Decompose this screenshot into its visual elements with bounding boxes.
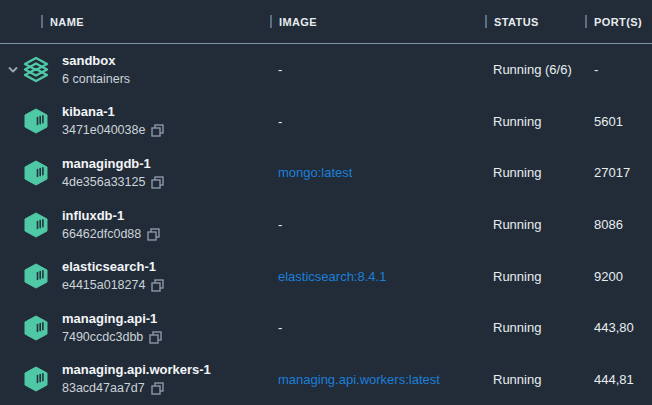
column-header-label: IMAGE	[279, 16, 317, 28]
table-row[interactable]: influxdb-1 66462dfc0d88 - Running 8086	[0, 199, 652, 251]
copy-icon	[151, 382, 164, 395]
container-cube-icon	[23, 262, 49, 290]
column-header-label: NAME	[50, 16, 84, 28]
table-row[interactable]: managing.api.workers-1 83acd47aa7d7 mana…	[0, 353, 652, 405]
chevron-down-icon	[7, 64, 19, 76]
copy-icon	[151, 279, 164, 292]
copy-icon	[149, 331, 162, 344]
container-id: 66462dfc0d88	[62, 225, 141, 244]
table-row[interactable]: kibana-1 3471e040038e - Running 5601	[0, 96, 652, 148]
column-header-ports: PORT(S)	[585, 15, 652, 28]
container-cube-icon	[23, 107, 49, 135]
containers-table: NAME IMAGE STATUS PORT(S)	[0, 0, 652, 405]
column-header-label: STATUS	[494, 16, 539, 28]
container-subline: 66462dfc0d88	[62, 225, 160, 244]
copy-icon	[147, 228, 160, 241]
column-header-label: PORT(S)	[594, 16, 642, 28]
name-cell: managing.api-1 7490ccdc3dbb	[0, 309, 270, 347]
container-id: 7490ccdc3dbb	[62, 328, 143, 347]
ports-cell: 8086	[585, 217, 652, 232]
name-text-block: elasticsearch-1 e4415a018274	[62, 257, 164, 295]
status-cell: Running	[485, 320, 585, 335]
container-subline: 83acd47aa7d7	[62, 379, 211, 398]
ports-cell: -	[585, 62, 652, 77]
copy-id-button[interactable]	[151, 124, 164, 137]
column-separator	[270, 15, 272, 28]
image-link[interactable]: elasticsearch:8.4.1	[270, 269, 485, 284]
name-text-block: managing.api-1 7490ccdc3dbb	[62, 309, 162, 347]
expand-toggle[interactable]	[4, 270, 22, 282]
ports-cell: 5601	[585, 114, 652, 129]
expand-toggle[interactable]	[4, 219, 22, 231]
container-id: e4415a018274	[62, 276, 145, 295]
container-name: managing.api-1	[62, 309, 162, 328]
container-name: managing.api.workers-1	[62, 360, 211, 379]
ports-cell: 443,80	[585, 320, 652, 335]
name-text-block: managing.api.workers-1 83acd47aa7d7	[62, 360, 211, 398]
row-type-icon	[22, 211, 50, 239]
copy-icon	[151, 124, 164, 137]
table-row[interactable]: sandbox 6 containers - Running (6/6) -	[0, 44, 652, 96]
ports-cell: 27017	[585, 165, 652, 180]
table-row[interactable]: elasticsearch-1 e4415a018274 elasticsear…	[0, 250, 652, 302]
row-type-icon	[22, 55, 50, 85]
container-cube-icon	[23, 211, 49, 239]
name-cell: kibana-1 3471e040038e	[0, 102, 270, 140]
compose-stack-layers-icon	[22, 55, 50, 85]
image-cell: -	[270, 320, 485, 335]
container-name: elasticsearch-1	[62, 257, 164, 276]
expand-toggle[interactable]	[4, 64, 22, 76]
name-cell: sandbox 6 containers	[0, 51, 270, 89]
container-cube-icon	[23, 365, 49, 393]
container-name: kibana-1	[62, 102, 164, 121]
ports-cell: 9200	[585, 269, 652, 284]
name-cell: managingdb-1 4de356a33125	[0, 154, 270, 192]
container-subline: 3471e040038e	[62, 121, 164, 140]
status-cell: Running (6/6)	[485, 62, 585, 77]
container-subline: 7490ccdc3dbb	[62, 328, 162, 347]
name-cell: influxdb-1 66462dfc0d88	[0, 206, 270, 244]
row-type-icon	[22, 365, 50, 393]
status-cell: Running	[485, 114, 585, 129]
copy-id-button[interactable]	[147, 228, 160, 241]
container-id: 83acd47aa7d7	[62, 379, 145, 398]
row-type-icon	[22, 107, 50, 135]
row-type-icon	[22, 262, 50, 290]
column-header-name: NAME	[0, 15, 270, 28]
container-cube-icon	[23, 314, 49, 342]
expand-toggle[interactable]	[4, 115, 22, 127]
name-text-block: influxdb-1 66462dfc0d88	[62, 206, 160, 244]
container-name: sandbox	[62, 51, 130, 70]
name-text-block: kibana-1 3471e040038e	[62, 102, 164, 140]
status-cell: Running	[485, 269, 585, 284]
copy-id-button[interactable]	[151, 279, 164, 292]
name-text-block: managingdb-1 4de356a33125	[62, 154, 164, 192]
image-cell: -	[270, 114, 485, 129]
column-separator	[485, 15, 487, 28]
image-link[interactable]: mongo:latest	[270, 165, 485, 180]
container-name: managingdb-1	[62, 154, 164, 173]
table-body: sandbox 6 containers - Running (6/6) -	[0, 44, 652, 405]
container-cube-icon	[23, 159, 49, 187]
table-row[interactable]: managing.api-1 7490ccdc3dbb - Running 44…	[0, 302, 652, 354]
column-separator	[585, 15, 587, 28]
expand-toggle[interactable]	[4, 373, 22, 385]
column-separator	[41, 15, 43, 28]
table-header-row: NAME IMAGE STATUS PORT(S)	[0, 0, 652, 44]
image-cell: -	[270, 217, 485, 232]
ports-cell: 444,81	[585, 372, 652, 387]
row-type-icon	[22, 159, 50, 187]
copy-id-button[interactable]	[151, 382, 164, 395]
image-cell: -	[270, 62, 485, 77]
table-row[interactable]: managingdb-1 4de356a33125 mongo:latest R…	[0, 147, 652, 199]
container-id: 3471e040038e	[62, 121, 145, 140]
column-header-status: STATUS	[485, 15, 585, 28]
copy-id-button[interactable]	[151, 176, 164, 189]
copy-id-button[interactable]	[149, 331, 162, 344]
container-subline: e4415a018274	[62, 276, 164, 295]
expand-toggle[interactable]	[4, 167, 22, 179]
expand-toggle[interactable]	[4, 322, 22, 334]
copy-icon	[151, 176, 164, 189]
name-cell: managing.api.workers-1 83acd47aa7d7	[0, 360, 270, 398]
image-link[interactable]: managing.api.workers:latest	[270, 372, 485, 387]
